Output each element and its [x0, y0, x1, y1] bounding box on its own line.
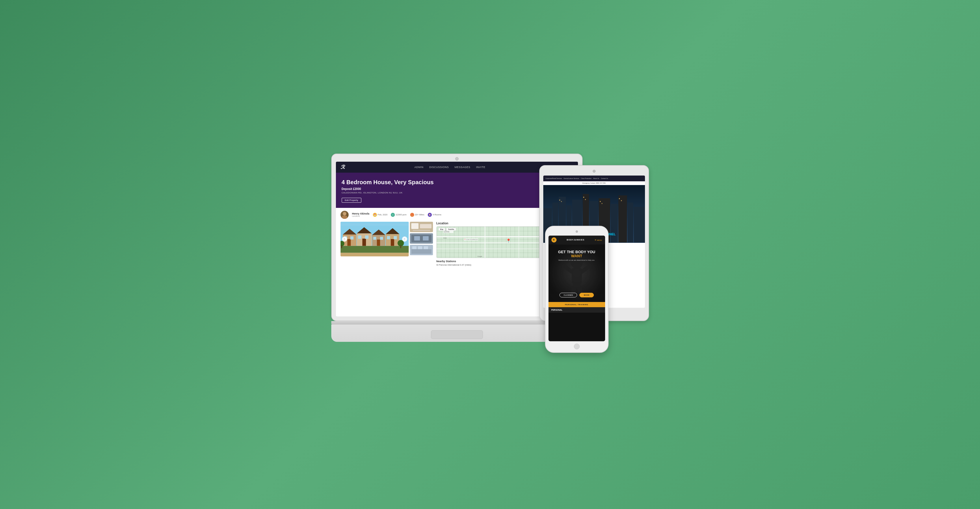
phone-personal-training-bar[interactable]: PERSONAL TRAINING: [549, 302, 605, 307]
phone-cta-buttons: CLASSES BOOK: [549, 293, 605, 297]
map-tab-map[interactable]: Map: [438, 228, 445, 231]
phone-app-name: BODYJUNKIES: [567, 239, 585, 241]
tablet-nav-close-protection[interactable]: Close Protection: [581, 178, 592, 179]
nav-links: ADMIN DISCUSSIONS MESSAGES INVITE: [414, 166, 485, 169]
gallery-prev-button[interactable]: ‹: [342, 237, 347, 242]
menu-label: MENU: [597, 239, 602, 241]
svg-rect-57: [583, 197, 584, 197]
calendar-icon: 📅: [373, 213, 377, 217]
gallery-thumb-1[interactable]: [410, 222, 433, 232]
listing-rooms: 🏠 4 Rooms: [428, 213, 441, 217]
map-tabs: Map Satellite: [438, 228, 456, 231]
laptop-camera: [455, 157, 459, 161]
svg-rect-37: [411, 249, 431, 254]
svg-rect-65: [571, 268, 582, 283]
phone-menu-button[interactable]: ≡ MENU: [595, 239, 602, 241]
property-gallery: ‹ ›: [340, 222, 433, 266]
phone-section-label: PERSONAL: [551, 309, 602, 311]
phone-app-logo: B: [551, 237, 557, 243]
laptop-trackpad[interactable]: [431, 330, 483, 339]
svg-rect-61: [619, 198, 620, 199]
tablet-nav-about[interactable]: About Us: [593, 178, 599, 179]
svg-rect-38: [412, 246, 417, 249]
svg-rect-11: [362, 239, 366, 246]
nav-discussions[interactable]: DISCUSSIONS: [429, 166, 449, 169]
phone-screen: B BODYJUNKIES ≡ MENU: [549, 235, 605, 341]
book-button[interactable]: BOOK: [579, 293, 594, 297]
tablet-nav: Corporate/Retail Services Events/Leisure…: [543, 175, 645, 181]
edit-property-button[interactable]: Edit Property: [342, 198, 361, 203]
svg-rect-26: [341, 245, 342, 248]
svg-rect-22: [387, 236, 390, 239]
classes-button[interactable]: CLASSES: [560, 293, 578, 297]
phone-hero-title-line2: WANT: [549, 254, 605, 258]
svg-rect-30: [420, 224, 431, 228]
map-tab-satellite[interactable]: Satellite: [446, 228, 456, 231]
phone-hero-title-line1: GET THE BODY YOU: [549, 250, 605, 254]
nav-admin[interactable]: ADMIN: [414, 166, 424, 169]
location-icon: 📍: [410, 213, 414, 217]
gallery-location-row: ‹ ›: [340, 222, 573, 266]
phone-app-header: B BODYJUNKIES ≡ MENU: [549, 235, 605, 244]
price-icon: £: [391, 213, 395, 217]
svg-rect-18: [380, 237, 383, 240]
svg-rect-13: [365, 235, 368, 239]
gallery-main-image: ‹ ›: [340, 222, 409, 256]
svg-rect-8: [350, 236, 353, 239]
svg-rect-3: [340, 246, 409, 253]
phone-home-button[interactable]: [574, 344, 580, 349]
listing-date: 📅 Feb, 2020: [373, 213, 388, 217]
property-address: CALEDONIAN RD, ISLINGTON, LONDON N1 9UU,…: [342, 191, 572, 194]
landlord-avatar: [340, 211, 348, 219]
svg-rect-59: [600, 201, 600, 202]
svg-rect-12: [358, 235, 361, 239]
hamburger-icon: ≡: [595, 239, 596, 241]
landlord-info: Henry Akinola Landlord: [352, 212, 369, 217]
property-title: 4 Bedroom House, Very Spacious: [342, 179, 572, 186]
landlord-row: Henry Akinola Landlord 📅 Feb, 2020 £ £23…: [340, 211, 573, 219]
svg-rect-27: [400, 245, 401, 248]
scene: ℛ ADMIN DISCUSSIONS MESSAGES INVITE 🔍 👤 …: [331, 154, 649, 356]
nav-messages[interactable]: MESSAGES: [455, 166, 471, 169]
svg-rect-52: [618, 195, 627, 242]
gallery-thumb-2[interactable]: [410, 233, 433, 244]
tablet-nav-links: Corporate/Retail Services Events/Leisure…: [546, 178, 608, 179]
phone-hero-sub: Workout with us we are determined to hel…: [549, 259, 605, 261]
svg-rect-6: [347, 239, 351, 246]
phone-body: B BODYJUNKIES ≡ MENU: [545, 226, 609, 353]
landlord-name: Henry Akinola: [352, 212, 369, 215]
svg-rect-21: [390, 239, 394, 246]
svg-rect-56: [561, 201, 562, 202]
tablet-nav-corporate[interactable]: Corporate/Retail Services: [546, 178, 562, 179]
gallery-next-button[interactable]: ›: [402, 237, 407, 242]
svg-rect-39: [418, 246, 422, 249]
svg-rect-29: [411, 223, 418, 229]
svg-rect-53: [627, 202, 633, 242]
listing-distance: 📍 20+ Miles: [410, 213, 424, 217]
property-deposit: Deposit £2000: [342, 188, 572, 191]
svg-rect-54: [634, 207, 645, 243]
listing-price: £ £2300 pcm: [391, 213, 406, 217]
svg-point-1: [342, 215, 347, 219]
gallery-thumb-3[interactable]: [410, 245, 433, 255]
phone-hero: GET THE BODY YOU WANT Workout with us we…: [549, 244, 605, 302]
phone-camera: [576, 231, 578, 233]
svg-rect-40: [424, 246, 428, 249]
svg-rect-16: [377, 239, 380, 246]
map-pin: 📍: [506, 239, 509, 243]
phone-hero-text: GET THE BODY YOU WANT Workout with us we…: [549, 250, 605, 261]
nav-invite[interactable]: INVITE: [476, 166, 485, 169]
svg-rect-17: [373, 237, 376, 240]
svg-rect-34: [414, 236, 420, 240]
svg-rect-31: [413, 230, 430, 231]
svg-rect-23: [394, 236, 397, 239]
tablet-nav-contact[interactable]: Contact Us: [601, 178, 608, 179]
svg-point-0: [343, 212, 346, 215]
landlord-role: Landlord: [352, 215, 369, 217]
nav-logo: ℛ: [340, 164, 345, 170]
phone-bottom-section: PERSONAL: [549, 307, 605, 313]
phone-device: B BODYJUNKIES ≡ MENU: [545, 226, 609, 353]
svg-rect-58: [585, 199, 586, 200]
svg-rect-62: [621, 200, 622, 201]
tablet-nav-events[interactable]: Events/Leisure Services: [563, 178, 579, 179]
